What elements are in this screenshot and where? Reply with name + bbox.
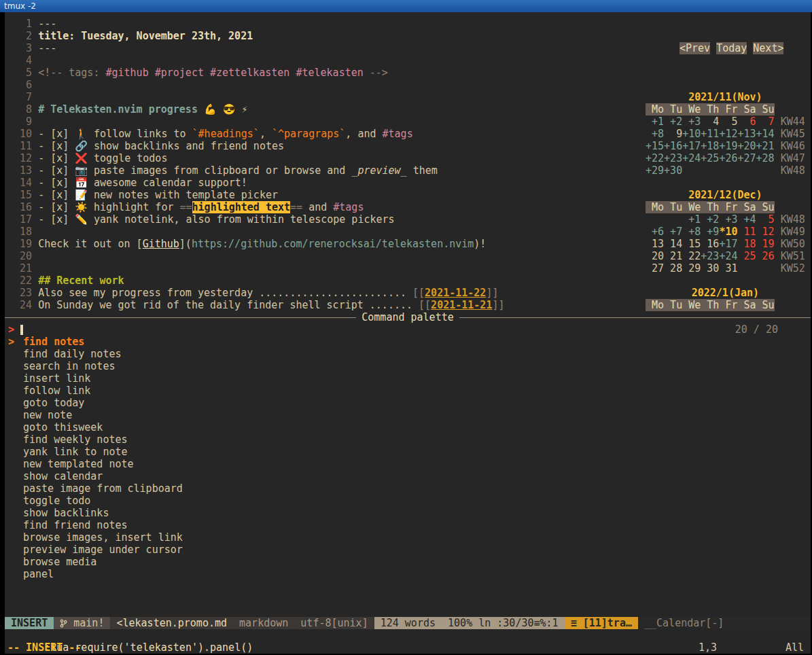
calendar-day[interactable]: 31 [719,262,737,275]
palette-item[interactable]: find weekly notes [5,433,811,446]
calendar-day[interactable]: 5 [756,213,775,226]
calendar-day[interactable]: +7 [664,226,682,238]
calendar-day[interactable]: +17 [682,140,701,152]
palette-item-label: find friend notes [23,519,128,531]
palette-item[interactable]: show backlinks [5,507,811,519]
palette-item[interactable]: yank link to note [5,446,811,458]
calendar-day[interactable]: 21 [664,250,682,262]
calendar-day[interactable]: +1 [646,116,664,128]
palette-item[interactable]: goto today [5,397,811,409]
calendar-day[interactable]: +24 [719,250,737,262]
palette-item[interactable]: browse images, insert link [5,531,811,544]
editor-line: 17- [x] ✏️ yank notelink, also from with… [7,213,644,226]
calendar-day[interactable]: +13 [737,128,756,140]
palette-item[interactable]: new templated note [5,458,811,470]
calendar-day[interactable]: 13 [646,238,664,250]
line-number: 4 [7,54,32,67]
calendar-day[interactable]: +18 [701,140,719,152]
calendar-day[interactable]: 26 [756,250,775,262]
calendar-day[interactable]: 27 [646,262,664,275]
calendar-day[interactable]: 6 [737,116,756,128]
calendar-day[interactable]: 19 [756,238,775,250]
calendar-day[interactable]: 7 [756,116,775,128]
calendar-day[interactable]: 30 [701,262,719,275]
calendar-day[interactable]: +24 [682,152,701,164]
palette-prompt-input[interactable]: > 20 / 20 [5,323,811,336]
calendar-day[interactable]: +28 [756,152,775,164]
calendar-day[interactable]: +26 [719,152,737,164]
next-button[interactable]: Next> [753,42,783,54]
calendar-day[interactable]: 5 [719,116,737,128]
calendar-day[interactable]: +30 [664,164,682,177]
line-number: 10 [7,128,32,140]
editor-pane[interactable]: 1---2title: Tuesday, November 23th, 2021… [5,18,644,311]
calendar-day[interactable]: +12 [719,128,737,140]
palette-item[interactable]: browse media [5,556,811,568]
calendar-day[interactable]: +27 [737,152,756,164]
editor-line: 13- [x] 📷 paste images from clipboard or… [7,164,644,177]
editor-text-segment [204,67,210,79]
prev-button[interactable]: <Prev [679,42,710,54]
calendar-day[interactable]: 12 [756,226,775,238]
calendar-day[interactable]: +2 [664,116,682,128]
calendar-day[interactable]: 22 [682,250,701,262]
calendar-day[interactable]: +6 [646,226,664,238]
calendar-day[interactable]: +9 [701,226,719,238]
calendar-day[interactable]: +25 [701,152,719,164]
calendar-day[interactable]: +1 [682,213,701,226]
calendar-day[interactable]: 9 [664,128,682,140]
palette-item[interactable]: insert link [5,372,811,385]
line-number: 11 [7,140,32,152]
calendar-day[interactable]: +16 [664,140,682,152]
calendar-day[interactable]: +29 [646,164,664,177]
calendar-day[interactable]: +3 [719,213,737,226]
today-button[interactable]: Today [716,42,747,54]
calendar-day[interactable]: 15 [682,238,701,250]
palette-item[interactable]: goto thisweek [5,421,811,433]
palette-item[interactable]: find daily notes [5,348,811,360]
calendar-month: 2021/12(Dec) Mo Tu We Th Fr Sa Su +1 +2 … [646,189,811,275]
calendar-day[interactable]: 18 [737,238,756,250]
calendar-day[interactable]: 16 [701,238,719,250]
calendar-day[interactable]: 20 [646,250,664,262]
palette-item[interactable]: find friend notes [5,519,811,531]
calendar-day[interactable]: +21 [756,140,775,152]
palette-item-label: browse images, insert link [23,531,183,544]
palette-item[interactable]: show calendar [5,470,811,482]
calendar-day[interactable]: +8 [682,226,701,238]
calendar-day[interactable]: +23 [664,152,682,164]
editor-line: 24On Sunday we got rid of the daily find… [7,299,644,311]
palette-item[interactable]: preview image under cursor [5,544,811,556]
calendar-day[interactable]: +19 [719,140,737,152]
calendar-day[interactable]: 4 [701,116,719,128]
calendar-dow-row: Mo Tu We Th Fr Sa Su [646,201,811,213]
calendar-day[interactable]: +2 [701,213,719,226]
calendar-day[interactable]: +14 [756,128,775,140]
calendar-day[interactable]: 11 [737,226,756,238]
calendar-day[interactable]: +23 [701,250,719,262]
calendar-day[interactable]: 28 [664,262,682,275]
calendar-day[interactable]: +4 [737,213,756,226]
calendar-day[interactable]: 29 [682,262,701,275]
calendar-day[interactable]: 25 [737,250,756,262]
calendar-day[interactable]: +15 [646,140,664,152]
palette-item[interactable]: follow link [5,385,811,397]
calendar-day[interactable]: +10 [682,128,701,140]
calendar-day[interactable]: *10 [719,226,737,238]
palette-item[interactable]: new note [5,409,811,421]
calendar-day[interactable]: +11 [701,128,719,140]
calendar-day[interactable]: +22 [646,152,664,164]
palette-item[interactable]: >find notes [5,336,811,348]
empty-area [5,580,811,617]
calendar-month-title: 2021/11(Nov) [646,91,805,103]
calendar-day[interactable]: +17 [719,238,737,250]
palette-item[interactable]: paste image from clipboard [5,482,811,495]
calendar-day[interactable]: +8 [646,128,664,140]
calendar-day[interactable]: +20 [737,140,756,152]
palette-item[interactable]: toggle todo [5,495,811,507]
palette-item[interactable]: search in notes [5,360,811,372]
editor-text-segment: - [x] ✏️ yank notelink, also from within… [38,213,394,226]
palette-item[interactable]: panel [5,568,811,580]
calendar-day[interactable]: +3 [682,116,701,128]
calendar-day[interactable]: 14 [664,238,682,250]
